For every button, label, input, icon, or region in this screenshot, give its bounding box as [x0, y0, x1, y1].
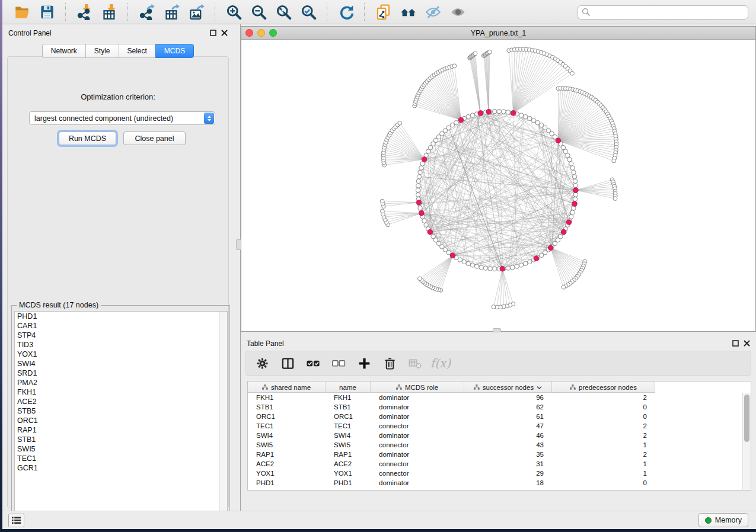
- mcds-result-item[interactable]: STP4: [15, 331, 227, 340]
- table-row[interactable]: SWI5SWI5connector431: [248, 440, 751, 450]
- table-scrollbar-track[interactable]: [742, 393, 751, 490]
- zoom-selected-icon[interactable]: [296, 2, 321, 22]
- horizontal-splitter-grip[interactable]: [493, 328, 501, 332]
- table-cell[interactable]: ORC1: [248, 413, 326, 420]
- table-cell[interactable]: dominator: [371, 451, 464, 458]
- table-cell[interactable]: SWI5: [326, 441, 371, 448]
- column-header-MCDS-role[interactable]: MCDS role: [371, 382, 464, 393]
- columns-icon[interactable]: [280, 355, 295, 371]
- table-cell[interactable]: connector: [371, 460, 464, 467]
- copy-network-icon[interactable]: [371, 2, 395, 22]
- add-icon[interactable]: [356, 355, 372, 371]
- import-network-icon[interactable]: [72, 2, 97, 22]
- table-cell[interactable]: SWI4: [248, 432, 326, 439]
- mcds-result-item[interactable]: CAR1: [15, 321, 227, 331]
- first-neighbors-icon[interactable]: [395, 2, 420, 22]
- mcds-hub-node[interactable]: [548, 245, 553, 251]
- zoom-out-icon[interactable]: [246, 2, 271, 22]
- column-header-shared-name[interactable]: shared name: [248, 382, 326, 393]
- export-image-icon[interactable]: [184, 2, 209, 22]
- mcds-result-item[interactable]: FKH1: [15, 387, 227, 397]
- table-row[interactable]: ORC1ORC1dominator610: [248, 412, 751, 421]
- mcds-result-item[interactable]: PHD1: [15, 312, 227, 321]
- mcds-hub-node[interactable]: [486, 109, 492, 114]
- close-panel-button[interactable]: Close panel: [123, 132, 186, 145]
- table-cell[interactable]: 35: [464, 451, 552, 458]
- refresh-icon[interactable]: [333, 2, 358, 22]
- mcds-hub-node[interactable]: [428, 229, 433, 235]
- mcds-result-item[interactable]: ACE2: [15, 397, 227, 406]
- mcds-hub-node[interactable]: [566, 220, 572, 225]
- mcds-hub-node[interactable]: [572, 201, 578, 207]
- table-row[interactable]: PHD1PHD1dominator180: [248, 478, 751, 488]
- table-cell[interactable]: 2: [552, 451, 655, 458]
- mcds-result-list[interactable]: PHD1CAR1STP4TID3YOX1SWI4SRD1PMA2FKH1ACE2…: [14, 311, 228, 523]
- search-input[interactable]: [578, 5, 748, 20]
- table-cell[interactable]: 47: [464, 422, 552, 430]
- table-cell[interactable]: PHD1: [326, 479, 371, 486]
- mcds-result-item[interactable]: PMA2: [15, 378, 227, 387]
- zoom-in-icon[interactable]: [221, 2, 246, 22]
- run-mcds-button[interactable]: Run MCDS: [59, 132, 116, 145]
- table-cell[interactable]: connector: [371, 441, 464, 448]
- save-icon[interactable]: [34, 2, 59, 22]
- table-cell[interactable]: YOX1: [326, 470, 371, 477]
- table-cell[interactable]: 0: [552, 413, 655, 420]
- column-header-name[interactable]: name: [326, 382, 371, 393]
- mcds-hub-node[interactable]: [500, 266, 505, 271]
- network-canvas[interactable]: [241, 40, 755, 331]
- table-cell[interactable]: 0: [552, 403, 655, 411]
- trash-icon[interactable]: [382, 355, 397, 371]
- export-network-icon[interactable]: [134, 2, 159, 22]
- tab-style[interactable]: Style: [85, 44, 119, 58]
- table-row[interactable]: ACE2ACE2connector311: [248, 459, 751, 469]
- table-row[interactable]: TEC1TEC1connector472: [248, 421, 751, 431]
- table-row[interactable]: RAP1RAP1dominator352: [248, 450, 751, 459]
- table-cell[interactable]: 31: [464, 460, 552, 467]
- mcds-result-item[interactable]: TID3: [15, 340, 227, 350]
- float-panel-icon[interactable]: [210, 28, 216, 39]
- network-titlebar[interactable]: YPA_prune.txt_1: [241, 27, 755, 40]
- table-row[interactable]: YOX1YOX1connector291: [248, 469, 751, 478]
- criterion-dropdown[interactable]: largest connected component (undirected): [29, 111, 215, 125]
- table-cell[interactable]: 2: [552, 422, 655, 430]
- memory-button[interactable]: Memory: [698, 513, 748, 527]
- mcds-hub-node[interactable]: [478, 111, 483, 116]
- mcds-hub-node[interactable]: [419, 211, 425, 216]
- table-cell[interactable]: FKH1: [248, 394, 326, 401]
- tab-network[interactable]: Network: [42, 44, 85, 58]
- import-table-icon[interactable]: [97, 2, 122, 22]
- table-cell[interactable]: 0: [552, 479, 655, 486]
- mcds-hub-node[interactable]: [416, 200, 422, 206]
- table-cell[interactable]: FKH1: [326, 394, 371, 401]
- table-cell[interactable]: 2: [552, 432, 655, 439]
- table-cell[interactable]: PHD1: [248, 479, 326, 486]
- export-table-icon[interactable]: [159, 2, 184, 22]
- float-table-panel-icon[interactable]: [732, 338, 739, 349]
- table-cell[interactable]: dominator: [371, 413, 464, 420]
- table-cell[interactable]: ACE2: [248, 460, 326, 467]
- column-header-successor-nodes[interactable]: successor nodes: [464, 382, 552, 393]
- tab-mcds[interactable]: MCDS: [155, 44, 194, 58]
- table-cell[interactable]: 61: [464, 413, 552, 420]
- table-cell[interactable]: STB1: [248, 403, 326, 411]
- table-cell[interactable]: dominator: [371, 394, 464, 401]
- table-cell[interactable]: RAP1: [248, 451, 326, 458]
- hide-selected-icon[interactable]: [420, 2, 445, 22]
- table-cell[interactable]: connector: [371, 470, 464, 477]
- deselect-all-icon[interactable]: [331, 355, 346, 371]
- table-cell[interactable]: 2: [552, 394, 655, 401]
- table-cell[interactable]: 46: [464, 432, 552, 439]
- mcds-result-item[interactable]: SWI4: [15, 359, 227, 368]
- close-table-panel-icon[interactable]: [744, 338, 750, 349]
- table-cell[interactable]: 29: [464, 470, 552, 477]
- table-cell[interactable]: 1: [552, 470, 655, 477]
- mcds-result-item[interactable]: TEC1: [15, 454, 227, 463]
- table-cell[interactable]: TEC1: [248, 422, 326, 430]
- mcds-hub-node[interactable]: [573, 188, 579, 193]
- close-panel-icon[interactable]: [221, 28, 228, 39]
- mcds-result-item[interactable]: SWI5: [15, 444, 227, 454]
- network-graph[interactable]: [241, 40, 755, 331]
- table-cell[interactable]: 62: [464, 403, 552, 411]
- table-row[interactable]: STB1STB1dominator620: [248, 402, 751, 412]
